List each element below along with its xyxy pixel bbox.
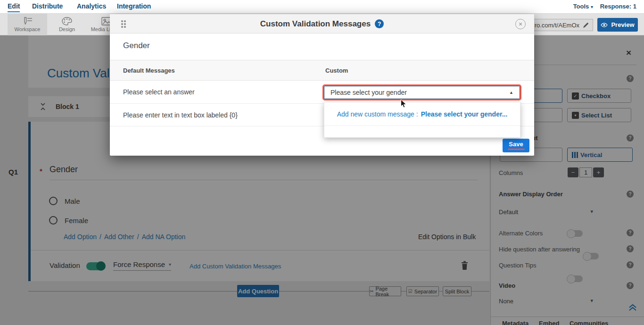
save-label: Save — [509, 141, 523, 148]
close-modal-icon[interactable]: × — [515, 19, 526, 29]
tools-label: Tools — [573, 3, 589, 10]
custom-message-dropdown[interactable]: Please select your gender ▲ — [322, 84, 521, 100]
modal-title: Custom Validation Messages — [260, 19, 371, 29]
response-count[interactable]: Response: 1 — [600, 0, 636, 13]
custom-message-value: Please select your gender — [324, 89, 509, 96]
nav-tab-distribute[interactable]: Distribute — [32, 0, 63, 12]
modal-table-header: Default Messages Custom — [110, 60, 534, 81]
custom-message-dropdown-inner: Please select your gender ▲ — [324, 86, 520, 99]
default-message-text: Please select an answer — [123, 88, 195, 96]
toolbar-item-label: Workspace — [15, 26, 41, 32]
preview-label: Preview — [611, 21, 634, 28]
chevron-down-icon: ▾ — [591, 4, 593, 9]
top-nav: Edit Distribute Analytics Integration To… — [0, 0, 644, 14]
column-header-custom: Custom — [325, 67, 348, 74]
eye-icon — [601, 22, 608, 28]
design-palette-icon — [62, 17, 72, 25]
custom-validation-modal: Custom Validation Messages ? × Gender De… — [110, 14, 534, 156]
dropdown-options-panel: Add new custom message : Please select y… — [324, 102, 520, 138]
toolbar-item-label: Design — [59, 26, 75, 32]
add-new-message-prefix: Add new custom message : — [337, 110, 418, 118]
tools-menu[interactable]: Tools ▾ — [573, 0, 593, 13]
edit-pencil-icon[interactable] — [583, 22, 589, 28]
chevron-up-icon: ▲ — [509, 90, 520, 95]
workspace-icon — [22, 17, 33, 25]
toolbar-item-workspace[interactable]: Workspace — [8, 14, 47, 35]
survey-url-field[interactable]: ro.com/t/AEmOx — [528, 19, 593, 31]
default-message-text: Please enter text in text box labeled {0… — [123, 111, 238, 119]
nav-tab-edit[interactable]: Edit — [8, 0, 20, 12]
toolbar-item-design[interactable]: Design — [47, 14, 87, 35]
column-header-default: Default Messages — [123, 67, 175, 74]
help-icon[interactable]: ? — [375, 19, 384, 28]
nav-tab-integration[interactable]: Integration — [117, 0, 151, 12]
save-highlight-underline — [508, 149, 525, 150]
survey-builder-app: Edit Distribute Analytics Integration To… — [0, 0, 644, 325]
modal-header: Custom Validation Messages ? × — [110, 14, 534, 33]
add-new-custom-message-option[interactable]: Add new custom message : Please select y… — [324, 102, 520, 126]
nav-tab-analytics[interactable]: Analytics — [77, 0, 106, 12]
modal-question-title: Gender — [123, 41, 150, 50]
mouse-cursor — [400, 99, 407, 108]
preview-button[interactable]: Preview — [597, 18, 638, 32]
survey-url-text: ro.com/t/AEmOx — [535, 22, 579, 29]
save-button[interactable]: Save — [503, 139, 529, 152]
add-new-message-value: Please select your gender... — [421, 110, 508, 118]
